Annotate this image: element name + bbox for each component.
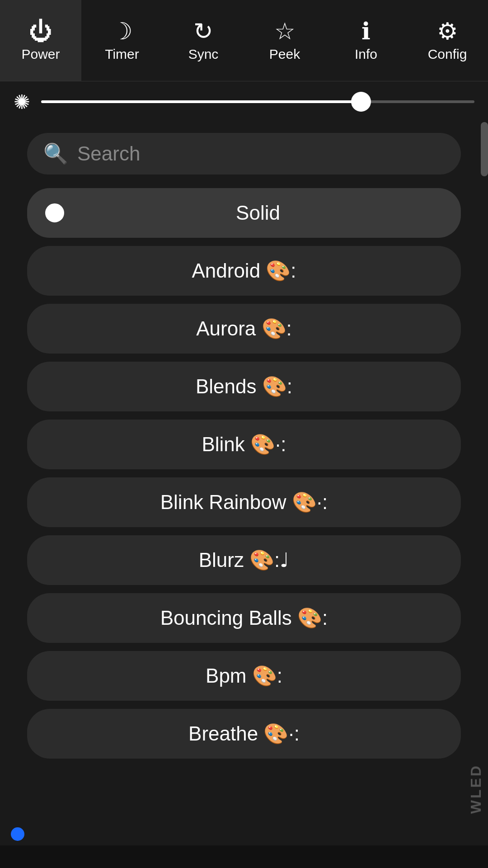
nav-peek-label: Peek (269, 47, 300, 62)
effect-blink-rainbow-label: Blink Rainbow 🎨·: (45, 491, 443, 514)
effect-bpm[interactable]: Bpm 🎨: (27, 651, 461, 701)
nav-timer[interactable]: ☽ Timer (81, 0, 163, 81)
wled-watermark: WLED (468, 764, 484, 814)
top-navigation: ⏻ Power ☽ Timer ↻ Sync ☆ Peek ℹ Info ⚙ C… (0, 0, 488, 81)
nav-info-label: Info (355, 47, 377, 62)
nav-config-label: Config (428, 47, 467, 62)
bottom-bar (0, 845, 488, 868)
nav-peek[interactable]: ☆ Peek (244, 0, 325, 81)
timer-icon: ☽ (112, 19, 133, 43)
info-icon: ℹ (361, 19, 371, 43)
effects-list: Solid Android 🎨: Aurora 🎨: Blends 🎨: Bli… (0, 184, 488, 763)
scrollbar-indicator[interactable] (481, 122, 488, 176)
brightness-slider[interactable] (41, 100, 474, 103)
search-container: 🔍 (0, 122, 488, 184)
effect-breathe-label: Breathe 🎨·: (45, 722, 443, 745)
effect-breathe[interactable]: Breathe 🎨·: (27, 709, 461, 759)
effect-android-label: Android 🎨: (45, 259, 443, 283)
effect-solid-label: Solid (73, 202, 443, 224)
nav-sync[interactable]: ↻ Sync (163, 0, 244, 81)
effect-blink-label: Blink 🎨·: (45, 433, 443, 456)
config-icon: ⚙ (437, 19, 458, 43)
nav-info[interactable]: ℹ Info (325, 0, 407, 81)
effect-blends-label: Blends 🎨: (45, 375, 443, 398)
effect-bouncing-balls[interactable]: Bouncing Balls 🎨: (27, 593, 461, 643)
nav-power[interactable]: ⏻ Power (0, 0, 81, 81)
bottom-dot (11, 827, 24, 841)
brightness-icon: ✺ (14, 90, 30, 113)
search-input[interactable] (77, 142, 445, 165)
peek-icon: ☆ (274, 19, 296, 43)
effect-aurora-label: Aurora 🎨: (45, 317, 443, 340)
effect-aurora[interactable]: Aurora 🎨: (27, 304, 461, 354)
effect-blink[interactable]: Blink 🎨·: (27, 420, 461, 469)
nav-sync-label: Sync (188, 47, 219, 62)
effect-bpm-label: Bpm 🎨: (45, 664, 443, 688)
effect-blurz[interactable]: Blurz 🎨:♩ (27, 535, 461, 585)
effect-blurz-label: Blurz 🎨:♩ (45, 548, 443, 572)
search-bar: 🔍 (27, 133, 461, 175)
nav-power-label: Power (21, 47, 60, 62)
nav-timer-label: Timer (105, 47, 139, 62)
search-icon: 🔍 (43, 142, 68, 165)
brightness-row: ✺ (0, 81, 488, 122)
effect-solid-radio (45, 203, 64, 222)
effect-bouncing-balls-label: Bouncing Balls 🎨: (45, 606, 443, 630)
effect-blends[interactable]: Blends 🎨: (27, 362, 461, 411)
effect-android[interactable]: Android 🎨: (27, 246, 461, 296)
sync-icon: ↻ (193, 19, 213, 43)
effect-blink-rainbow[interactable]: Blink Rainbow 🎨·: (27, 477, 461, 527)
effect-solid[interactable]: Solid (27, 188, 461, 238)
nav-config[interactable]: ⚙ Config (407, 0, 488, 81)
power-icon: ⏻ (29, 19, 52, 43)
